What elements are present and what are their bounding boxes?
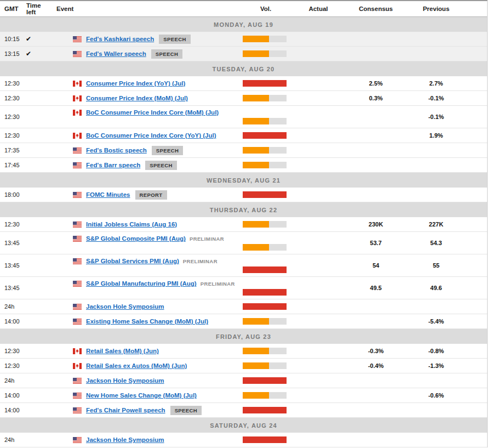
event-link[interactable]: Jackson Hole Symposium <box>86 436 164 443</box>
event-cell: S&P Global Manufacturing PMI (Aug) PRELI… <box>52 277 241 287</box>
us-flag-icon <box>73 378 82 384</box>
event-time: 24h <box>0 377 22 384</box>
consensus-value: 49.5 <box>346 285 406 291</box>
us-flag-icon <box>73 281 82 287</box>
event-link[interactable]: Fed's Kashkari speech <box>86 36 154 42</box>
event-time: 12:30 <box>0 132 22 139</box>
us-flag-icon <box>73 36 82 42</box>
volatility-bar <box>243 244 287 251</box>
event-link[interactable]: Fed's Chair Powell speech <box>86 407 165 413</box>
volatility-bar <box>243 118 287 124</box>
event-cell: Existing Home Sales Change (MoM) (Jul) <box>52 318 241 325</box>
col-header-previous: Previous <box>406 5 466 12</box>
volatility-cell <box>241 244 291 254</box>
event-row: 13:45 S&P Global Services PMI (Aug) PREL… <box>0 254 487 277</box>
previous-value: 49.6 <box>406 285 466 291</box>
event-link[interactable]: BoC Consumer Price Index Core (YoY) (Jul… <box>86 132 216 139</box>
event-link[interactable]: S&P Global Manufacturing PMI (Aug) <box>86 280 197 287</box>
previous-value: 54.3 <box>406 240 466 246</box>
canada-flag-icon <box>73 95 82 101</box>
event-link[interactable]: S&P Global Composite PMI (Aug) <box>86 235 186 242</box>
volatility-bar <box>243 407 287 413</box>
event-link[interactable]: S&P Global Services PMI (Aug) <box>86 258 179 264</box>
us-flag-icon <box>73 258 82 264</box>
canada-flag-icon <box>73 81 82 87</box>
volatility-bar <box>243 95 287 101</box>
volatility-cell <box>241 289 291 299</box>
col-header-vol: Vol. <box>241 5 291 12</box>
event-link[interactable]: FOMC Minutes <box>86 191 130 198</box>
previous-value: 55 <box>406 262 466 269</box>
volatility-cell <box>241 80 291 87</box>
event-row: 12:30 Initial Jobless Claims (Aug 16) 23… <box>0 217 487 232</box>
event-time: 12:30 <box>0 114 22 120</box>
event-type-badge: SPEECH <box>159 35 190 44</box>
event-link[interactable]: Retail Sales ex Autos (MoM) (Jun) <box>86 362 187 369</box>
volatility-cell <box>241 436 291 443</box>
volatility-cell <box>241 50 291 57</box>
event-row: 12:30 Consumer Price Index (MoM) (Jul) 0… <box>0 91 487 106</box>
event-time: 10:15 <box>0 36 22 42</box>
event-time: 12:30 <box>0 80 22 87</box>
event-cell: Fed's Waller speech SPEECH <box>52 49 241 59</box>
event-cell: S&P Global Services PMI (Aug) PRELIMINAR <box>52 254 241 264</box>
event-row: 12:30 BoC Consumer Price Index Core (YoY… <box>0 128 487 143</box>
event-link[interactable]: Initial Jobless Claims (Aug 16) <box>86 221 177 228</box>
canada-flag-icon <box>73 363 82 369</box>
volatility-bar <box>243 289 287 296</box>
event-link[interactable]: Jackson Hole Symposium <box>86 303 164 310</box>
event-link[interactable]: Fed's Waller speech <box>86 50 146 57</box>
canada-flag-icon <box>73 348 82 354</box>
event-link[interactable]: Jackson Hole Symposium <box>86 377 164 384</box>
event-cell: Initial Jobless Claims (Aug 16) <box>52 221 241 228</box>
volatility-cell <box>241 362 291 369</box>
event-link[interactable]: Consumer Price Index (MoM) (Jul) <box>86 95 188 101</box>
us-flag-icon <box>73 148 82 154</box>
event-link[interactable]: Fed's Bostic speech <box>86 147 147 154</box>
volatility-bar <box>243 348 287 354</box>
volatility-cell <box>241 132 291 139</box>
event-row: 10:15 ✔ Fed's Kashkari speech SPEECH <box>0 32 487 47</box>
volatility-bar <box>243 80 287 87</box>
day-section-header: FRIDAY, AUG 23 <box>0 329 487 344</box>
event-row: 24h Jackson Hole Symposium <box>0 373 487 388</box>
event-cell: New Home Sales Change (MoM) (Jul) <box>52 392 241 399</box>
check-icon: ✔ <box>22 35 52 43</box>
consensus-value: 2.5% <box>346 80 406 87</box>
volatility-cell <box>241 392 291 399</box>
volatility-cell <box>241 147 291 154</box>
consensus-value: 53.7 <box>346 240 406 246</box>
col-header-event: Event <box>52 5 241 12</box>
event-time: 17:35 <box>0 147 22 154</box>
event-type-badge: SPEECH <box>151 49 182 59</box>
event-cell: Jackson Hole Symposium <box>52 377 241 384</box>
event-row: 24h Jackson Hole Symposium <box>0 433 487 447</box>
event-row: 12:30 Retail Sales ex Autos (MoM) (Jun) … <box>0 359 487 373</box>
volatility-cell <box>241 377 291 384</box>
volatility-cell <box>241 303 291 310</box>
volatility-bar <box>243 147 287 154</box>
event-link[interactable]: Consumer Price Index (YoY) (Jul) <box>86 80 185 87</box>
event-link[interactable]: New Home Sales Change (MoM) (Jul) <box>86 392 197 399</box>
calendar-body: MONDAY, AUG 19 10:15 ✔ Fed's Kashkari sp… <box>0 17 487 447</box>
event-cell: Fed's Bostic speech SPEECH <box>52 146 241 155</box>
volatility-bar <box>243 392 287 399</box>
canada-flag-icon <box>73 133 82 139</box>
previous-value: -0.6% <box>406 392 466 399</box>
canada-flag-icon <box>73 110 82 116</box>
event-time: 12:30 <box>0 362 22 369</box>
event-time: 24h <box>0 303 22 310</box>
event-cell: S&P Global Composite PMI (Aug) PRELIMINA… <box>52 232 241 242</box>
event-type-badge: SPEECH <box>170 406 202 415</box>
event-link[interactable]: Existing Home Sales Change (MoM) (Jul) <box>86 318 208 325</box>
event-link[interactable]: BoC Consumer Price Index Core (MoM) (Jul… <box>86 109 219 116</box>
volatility-bar <box>243 318 287 325</box>
volatility-bar <box>243 50 287 57</box>
event-cell: Consumer Price Index (MoM) (Jul) <box>52 95 241 101</box>
event-cell: FOMC Minutes REPORT <box>52 190 241 200</box>
event-cell: Jackson Hole Symposium <box>52 436 241 443</box>
event-link[interactable]: Fed's Barr speech <box>86 162 140 168</box>
event-row: 24h Jackson Hole Symposium <box>0 299 487 314</box>
previous-value: -1.3% <box>406 362 466 369</box>
event-link[interactable]: Retail Sales (MoM) (Jun) <box>86 348 159 354</box>
